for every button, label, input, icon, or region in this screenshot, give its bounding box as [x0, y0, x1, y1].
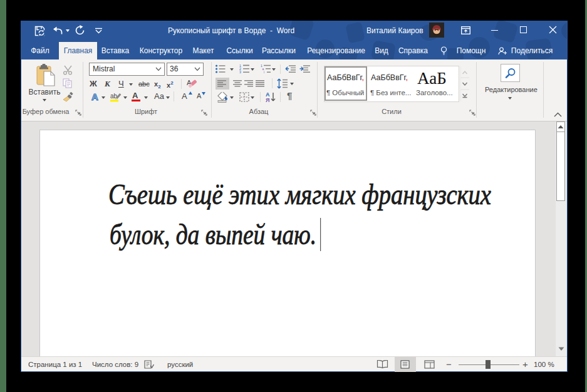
svg-text:Я: Я — [266, 97, 269, 103]
svg-text:3: 3 — [239, 70, 241, 74]
svg-text:i: i — [264, 70, 264, 74]
svg-text:Съешь ещё этих мягких французс: Съешь ещё этих мягких французских — [108, 178, 491, 210]
svg-text:булок, да выпей чаю.: булок, да выпей чаю. — [110, 218, 316, 250]
